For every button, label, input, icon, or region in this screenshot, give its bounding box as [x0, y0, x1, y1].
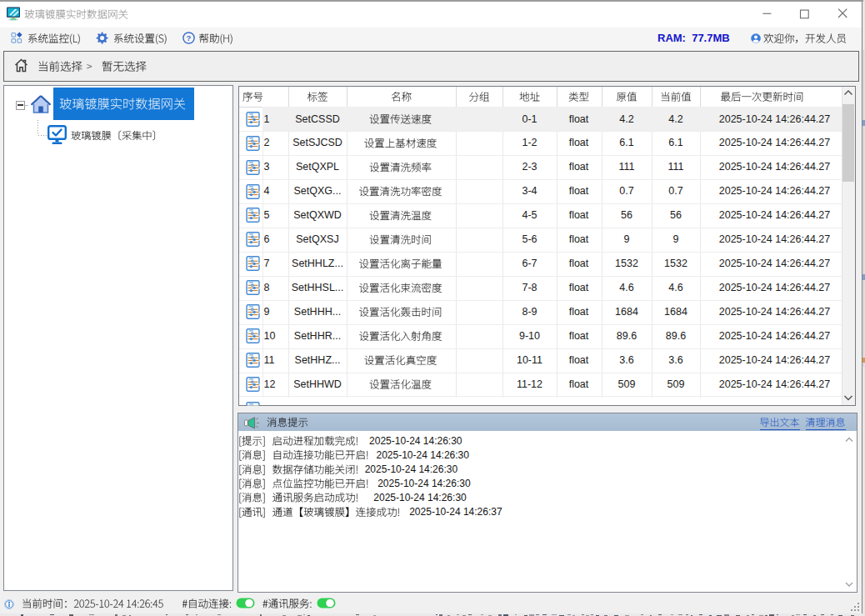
svg-text:?: ?: [187, 33, 192, 43]
